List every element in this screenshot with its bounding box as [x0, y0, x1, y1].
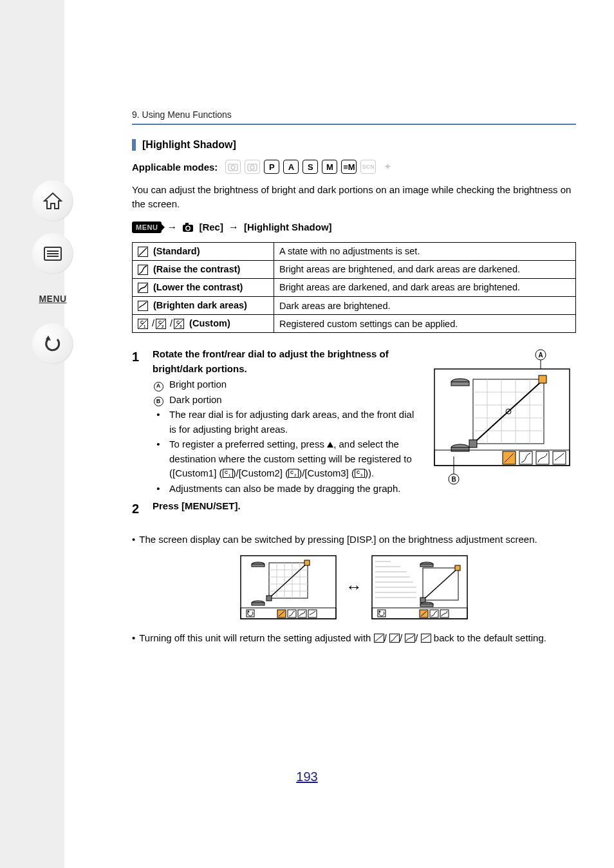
svg-rect-85 [252, 603, 265, 605]
title-accent [132, 139, 136, 151]
note-reset: • Turning off this unit will return the … [132, 631, 576, 646]
custom3-inline-icon: C3 [355, 469, 365, 478]
table-row: C1/C2/C3 (Custom) Registered custom sett… [133, 315, 576, 333]
custom1-inline-icon: C1 [223, 469, 233, 478]
svg-rect-109 [420, 604, 433, 607]
label-b-icon: B [154, 397, 163, 406]
table-row: (Standard) A state with no adjustments i… [133, 242, 576, 260]
mode-p-icon: P [264, 160, 279, 174]
opt-name: (Brighten dark areas) [153, 300, 247, 310]
step1-bullet3: Adjustments can also be made by dragging… [169, 482, 400, 496]
svg-rect-106 [455, 565, 460, 571]
preset-standard-icon [374, 634, 384, 643]
svg-text:C: C [357, 470, 360, 475]
intro-text: You can adjust the brightness of bright … [132, 183, 576, 211]
svg-rect-83 [266, 596, 272, 601]
home-icon[interactable] [32, 180, 73, 222]
svg-text:A: A [538, 352, 543, 359]
step1-b: Dark portion [169, 393, 222, 408]
mode-a-icon: A [283, 160, 299, 174]
svg-rect-10 [185, 223, 189, 225]
menu-badge-icon: MENU [132, 222, 162, 233]
step1-a: Bright portion [169, 377, 227, 392]
step1-bullet2: To register a preferred setting, press ,… [169, 437, 415, 481]
step-number: 2 [132, 499, 144, 518]
table-row: (Raise the contrast) Bright areas are br… [133, 260, 576, 278]
arrow-icon: → [167, 222, 177, 233]
opt-desc: Registered custom settings can be applie… [274, 315, 576, 333]
double-arrow-icon: ↔ [346, 577, 362, 597]
opt-custom2-icon: C2 [156, 319, 166, 329]
sidebar-bg [0, 0, 64, 868]
svg-rect-92 [308, 610, 317, 618]
mode-movie-icon: ≡M [341, 160, 357, 174]
step1-heading: Rotate the front/rear dial to adjust the… [153, 347, 415, 376]
svg-text:2: 2 [162, 325, 164, 328]
preset-brighten-icon [421, 634, 431, 643]
svg-text:1: 1 [144, 325, 146, 328]
highlight-shadow-diagram: A [428, 347, 576, 521]
step-number: 1 [132, 347, 144, 496]
svg-point-12 [187, 227, 190, 230]
svg-rect-59 [451, 448, 469, 451]
mode-scene-icon: SCN [360, 160, 376, 174]
table-row: (Brighten dark areas) Dark areas are bri… [133, 297, 576, 315]
svg-line-81 [269, 563, 308, 598]
svg-point-5 [231, 165, 235, 169]
opt-custom3-icon: C3 [174, 319, 184, 329]
note-disp: • The screen display can be switched by … [132, 533, 576, 547]
svg-line-117 [375, 635, 383, 641]
opt-standard-icon [138, 247, 148, 257]
opt-lower-icon [138, 283, 148, 293]
svg-text:3: 3 [360, 473, 363, 477]
opt-desc: Bright areas are darkened, and dark area… [274, 278, 576, 296]
mode-palette-icon: ✦ [380, 160, 395, 174]
svg-text:C: C [158, 320, 162, 325]
opt-name: (Standard) [153, 246, 200, 256]
section-title: [Highlight Shadow] [142, 139, 236, 151]
page-number[interactable]: 193 [0, 769, 614, 784]
opt-name: (Raise the contrast) [153, 264, 240, 274]
options-table: (Standard) A state with no adjustments i… [132, 242, 576, 334]
arrow-icon: → [228, 222, 239, 233]
breadcrumb: 9. Using Menu Functions [132, 109, 576, 120]
opt-name: (Custom) [189, 318, 230, 328]
opt-desc: Dark areas are brightened. [274, 297, 576, 315]
opt-brighten-icon [138, 301, 148, 311]
back-icon[interactable] [32, 323, 73, 364]
svg-text:B: B [451, 476, 456, 483]
applicable-label: Applicable modes: [132, 162, 218, 173]
mode-s-icon: S [302, 160, 318, 174]
table-row: (Lower the contrast) Bright areas are da… [133, 278, 576, 296]
svg-rect-71 [252, 564, 265, 567]
svg-text:C: C [140, 320, 144, 325]
list-icon[interactable] [32, 233, 73, 274]
camera-icon [182, 222, 194, 232]
opt-desc: A state with no adjustments is set. [274, 242, 576, 260]
svg-text:2: 2 [294, 473, 297, 477]
menu-item: [Highlight Shadow] [244, 222, 332, 232]
svg-line-54 [473, 379, 544, 444]
mode-m-icon: M [322, 160, 337, 174]
up-triangle-icon [327, 442, 333, 448]
sidebar: MENU [0, 0, 90, 868]
svg-line-105 [423, 568, 458, 600]
label-a-icon: A [154, 382, 163, 392]
svg-rect-44 [451, 382, 469, 386]
opt-name: (Lower the contrast) [153, 282, 243, 292]
preset-lower-icon [405, 634, 415, 643]
custom2-inline-icon: C2 [288, 469, 299, 478]
svg-rect-103 [420, 564, 433, 567]
opt-desc: Bright areas are brightened, and dark ar… [274, 260, 576, 278]
menu-path: MENU → [Rec] → [Highlight Shadow] [132, 222, 576, 233]
svg-rect-56 [469, 440, 477, 448]
svg-text:+: + [256, 162, 257, 166]
svg-text:C: C [176, 320, 180, 325]
opt-raise-icon [138, 265, 148, 275]
opt-custom1-icon: C1 [138, 319, 148, 329]
svg-rect-55 [539, 375, 546, 383]
menu-icon[interactable]: MENU [32, 286, 73, 312]
mode-ia-icon [225, 160, 241, 174]
svg-point-7 [250, 165, 254, 169]
mode-iaplus-icon: + [245, 160, 260, 174]
